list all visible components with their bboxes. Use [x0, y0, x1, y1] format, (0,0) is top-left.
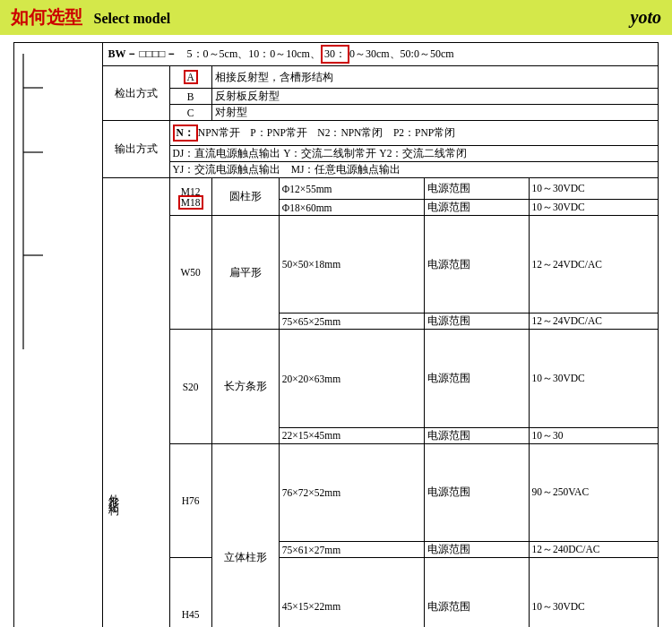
output-label: 输出方式 [102, 121, 169, 178]
output-row-1: 输出方式 N：NPN常开 P：PNP常开 N2：NPN常闭 P2：PNP常闭 [14, 121, 659, 146]
header: 如何选型 Select model yoto [0, 0, 672, 35]
power-label-w75: 电源范围 [424, 314, 529, 330]
power-label-m12: 电源范围 [424, 178, 529, 200]
power-s20: 10～30VDC [529, 330, 659, 427]
power-h76a: 90～250VAC [529, 443, 659, 541]
det-code-a: A [169, 66, 211, 89]
power-label-w50: 电源范围 [424, 216, 529, 314]
power-label-m18: 电源范围 [424, 200, 529, 216]
dim-m12: Φ12×55mm [279, 178, 424, 200]
power-s22: 10～30 [529, 427, 659, 443]
power-m12: 10～30VDC [529, 178, 659, 200]
brand-logo: yoto [631, 7, 661, 28]
power-h45: 10～30VDC [529, 558, 659, 627]
header-title: 如何选型 Select model [11, 5, 170, 30]
dim-w75: 75×65×25mm [279, 314, 424, 330]
shape-code-m12: M12M18 [169, 178, 211, 216]
dim-s22: 22×15×45mm [279, 427, 424, 443]
shape-label-outer: 外形结构 [102, 178, 169, 628]
shape-code-h45: H45 [169, 558, 211, 627]
dim-w50: 50×50×18mm [279, 216, 424, 314]
chinese-title: 如何选型 [11, 7, 82, 27]
selection-table: BW－ □□□□－ 5：0～5cm、10：0～10cm、30：0～30cm、50… [13, 42, 659, 627]
det-code-c: C [169, 105, 211, 121]
shape-code-w50: W50 [169, 216, 211, 330]
det-desc-b: 反射板反射型 [211, 89, 658, 105]
power-label-h45: 电源范围 [424, 558, 529, 627]
cat-solid: 立体柱形 [211, 443, 279, 627]
power-w50: 12～24VDC/AC [529, 216, 659, 314]
power-label-h76b: 电源范围 [424, 542, 529, 558]
cat-flat: 扁平形 [211, 216, 279, 330]
cat-rect: 长方条形 [211, 330, 279, 443]
bw-prefix: BW－ □□□□－ [108, 47, 177, 60]
power-m18: 10～30VDC [529, 200, 659, 216]
power-label-h76a: 电源范围 [424, 443, 529, 541]
range-text: 5：0～5cm、10：0～10cm、30：0～30cm、50:0～50cm [187, 47, 454, 60]
english-title: Select model [94, 11, 171, 26]
bw-model-row: BW－ □□□□－ 5：0～5cm、10：0～10cm、30：0～30cm、50… [102, 43, 658, 66]
shape-code-s20: S20 [169, 330, 211, 443]
det-desc-c: 对射型 [211, 105, 658, 121]
shape-code-h76a: H76 [169, 443, 211, 557]
output-line3: YJ：交流电源触点输出 MJ：任意电源触点输出 [169, 162, 658, 178]
power-label-s22: 电源范围 [424, 427, 529, 443]
det-code-b: B [169, 89, 211, 105]
detection-label: 检出方式 [102, 66, 169, 121]
det-desc-a: 相接反射型，含槽形结构 [211, 66, 658, 89]
power-w75: 12～24VDC/AC [529, 314, 659, 330]
main-content: BW－ □□□□－ 5：0～5cm、10：0～10cm、30：0～30cm、50… [0, 35, 672, 627]
dim-s20: 20×20×63mm [279, 330, 424, 427]
cat-cylinder: 圆柱形 [211, 178, 279, 216]
power-h76b: 12～240DC/AC [529, 542, 659, 558]
output-line1: N：NPN常开 P：PNP常开 N2：NPN常闭 P2：PNP常闭 [169, 121, 658, 146]
dim-m18: Φ18×60mm [279, 200, 424, 216]
dim-h76b: 75×61×27mm [279, 542, 424, 558]
output-line2: DJ：直流电源触点输出 Y：交流二线制常开 Y2：交流二线常闭 [169, 146, 658, 162]
tree-diagram [16, 45, 56, 385]
dim-h76a: 76×72×52mm [279, 443, 424, 541]
power-label-s20: 电源范围 [424, 330, 529, 427]
shape-row-m12: 外形结构 M12M18 圆柱形 Φ12×55mm 电源范围 10～30VDC [14, 178, 659, 200]
dim-h45: 45×15×22mm [279, 558, 424, 627]
detection-row-a: 检出方式 A 相接反射型，含槽形结构 [14, 66, 659, 89]
bw-row: BW－ □□□□－ 5：0～5cm、10：0～10cm、30：0～30cm、50… [14, 43, 659, 66]
